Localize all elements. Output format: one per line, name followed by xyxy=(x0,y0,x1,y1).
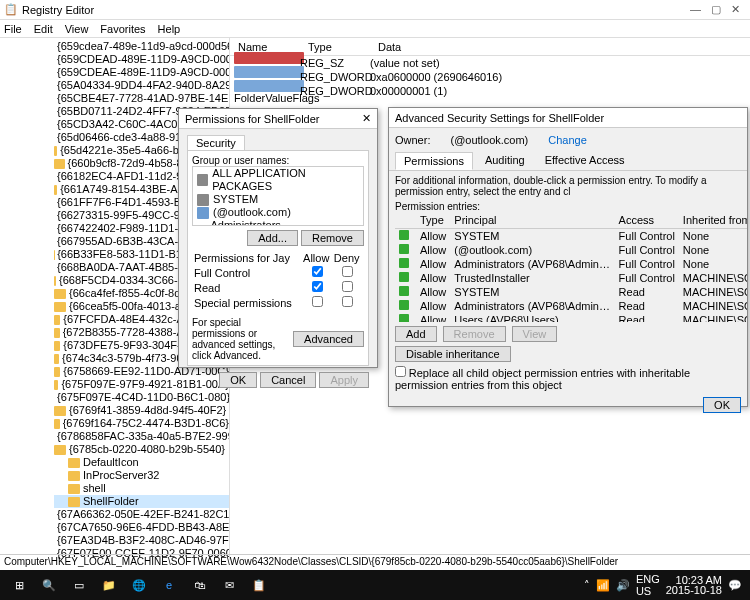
tree-item[interactable]: shell xyxy=(54,482,229,495)
lang-indicator[interactable]: ENGUS xyxy=(636,573,660,597)
tree-item[interactable]: {659CDEAD-489E-11D9-A9CD-000D56965251} xyxy=(54,53,229,66)
principal-item[interactable]: Administrators (AVP68\Administrators) xyxy=(193,219,363,226)
value-row[interactable]: (Default)REG_SZ(value not set) xyxy=(230,56,750,70)
allow-icon xyxy=(399,272,409,282)
replace-label: Replace all child object permission entr… xyxy=(395,367,690,391)
mail-icon[interactable]: ✉ xyxy=(216,574,242,596)
deny-checkbox[interactable] xyxy=(342,281,353,292)
advanced-button[interactable]: Advanced xyxy=(293,331,364,347)
allow-icon xyxy=(399,286,409,296)
tab-security[interactable]: Security xyxy=(187,135,245,151)
allow-icon xyxy=(399,230,409,240)
tree-item[interactable]: {67EA3D4B-B3F2-408C-AD46-97F207D79D83} xyxy=(54,534,229,547)
entry-row[interactable]: AllowAdministrators (AVP68\Admin…ReadMAC… xyxy=(395,299,747,313)
tab-auditing[interactable]: Auditing xyxy=(477,152,533,170)
menu-help[interactable]: Help xyxy=(158,23,181,35)
folder-icon xyxy=(54,159,65,169)
close-icon[interactable]: ✕ xyxy=(362,112,371,125)
allow-icon xyxy=(399,258,409,268)
entry-row[interactable]: AllowSYSTEMFull ControlNoneThis key an xyxy=(395,229,747,244)
entry-row[interactable]: AllowTrustedInstallerFull ControlMACHINE… xyxy=(395,271,747,285)
taskbar[interactable]: ⊞ 🔍 ▭ 📁 🌐 e 🛍 ✉ 📋 ˄ 📶 🔊 ENGUS 10:23 AM20… xyxy=(0,570,750,600)
folder-icon xyxy=(54,302,66,312)
edge-icon[interactable]: e xyxy=(156,574,182,596)
owner-label: Owner: xyxy=(395,134,430,146)
disable-inheritance-button[interactable]: Disable inheritance xyxy=(395,346,511,362)
close-button[interactable]: ✕ xyxy=(731,3,740,16)
network-icon[interactable]: 📶 xyxy=(596,579,610,592)
principal-item[interactable]: (@outlook.com) xyxy=(193,206,363,219)
allow-checkbox[interactable] xyxy=(312,296,323,307)
folder-icon xyxy=(54,354,59,364)
add-button[interactable]: Add... xyxy=(247,230,298,246)
adv-ok-button[interactable]: OK xyxy=(703,397,741,413)
deny-checkbox[interactable] xyxy=(342,266,353,277)
adv-add-button[interactable]: Add xyxy=(395,326,437,342)
menu-favorites[interactable]: Favorites xyxy=(100,23,145,35)
notifications-icon[interactable]: 💬 xyxy=(728,579,742,592)
user-icon xyxy=(197,174,208,186)
tree-item[interactable]: {6769f41-3859-4d8d-94f5-40F2} xyxy=(54,404,229,417)
volume-icon[interactable]: 🔊 xyxy=(616,579,630,592)
explorer-icon[interactable]: 📁 xyxy=(96,574,122,596)
tray-chevron-icon[interactable]: ˄ xyxy=(584,579,590,592)
tree-item[interactable]: ShellFolder xyxy=(54,495,229,508)
folder-icon xyxy=(54,146,57,156)
tree-item[interactable]: {6786858FAC-335a-40a5-B7E2-999} xyxy=(54,430,229,443)
principals-list[interactable]: ALL APPLICATION PACKAGESSYSTEM(@outlook.… xyxy=(192,166,364,226)
clock[interactable]: 10:23 AM2015-10-18 xyxy=(666,575,722,595)
adv-view-button[interactable]: View xyxy=(512,326,558,342)
start-button[interactable]: ⊞ xyxy=(6,574,32,596)
tree-item[interactable]: {67A66362-050E-42EF-B241-82C1F51EA5B9} xyxy=(54,508,229,521)
tree-item[interactable]: {67CA7650-96E6-4FDD-BB43-A8E474EF73A37} xyxy=(54,521,229,534)
maximize-button[interactable]: ▢ xyxy=(711,3,721,16)
menu-view[interactable]: View xyxy=(65,23,89,35)
tab-permissions[interactable]: Permissions xyxy=(395,152,473,170)
menu-file[interactable]: File xyxy=(4,23,22,35)
minimize-button[interactable]: — xyxy=(690,3,701,16)
allow-checkbox[interactable] xyxy=(312,266,323,277)
advanced-security-dialog: Advanced Security Settings for ShellFold… xyxy=(388,107,748,407)
entry-row[interactable]: AllowUsers (AVP68\Users)ReadMACHINE\SOFT… xyxy=(395,313,747,322)
tree-item[interactable]: {6785cb-0220-4080-b29b-5540} xyxy=(54,443,229,456)
col-data[interactable]: Data xyxy=(370,41,750,53)
owner-value: (@outlook.com) xyxy=(450,134,528,146)
folder-icon xyxy=(54,289,66,299)
tree-item[interactable]: {6769f164-75C2-4474-B3D1-8C6} xyxy=(54,417,229,430)
store-icon[interactable]: 🛍 xyxy=(186,574,212,596)
tree-item[interactable]: {659cdea7-489e-11d9-a9cd-000d56965251} xyxy=(54,40,229,53)
entry-row[interactable]: AllowSYSTEMReadMACHINE\SOFTWARE\…This ke… xyxy=(395,285,747,299)
principal-item[interactable]: ALL APPLICATION PACKAGES xyxy=(193,167,363,193)
entries-table[interactable]: Type Principal Access Inherited from App… xyxy=(395,212,747,322)
change-owner-link[interactable]: Change xyxy=(548,134,587,146)
replace-checkbox[interactable] xyxy=(395,366,406,377)
tree-item[interactable]: {65CBE4E7-7728-41AD-97BE-14E1CAE36AAE} xyxy=(54,92,229,105)
window-title: Registry Editor xyxy=(22,4,690,16)
adv-remove-button[interactable]: Remove xyxy=(443,326,506,342)
value-row[interactable]: AttributesREG_DWORD0xa0600000 (269064601… xyxy=(230,70,750,84)
chrome-icon[interactable]: 🌐 xyxy=(126,574,152,596)
tab-effective[interactable]: Effective Access xyxy=(537,152,633,170)
regedit-icon[interactable]: 📋 xyxy=(246,574,272,596)
entry-row[interactable]: Allow(@outlook.com)Full ControlNoneThis … xyxy=(395,243,747,257)
menu-edit[interactable]: Edit xyxy=(34,23,53,35)
tree-item[interactable]: {659CDEAE-489E-11D9-A9CD-000D56965251} xyxy=(54,66,229,79)
tree-item[interactable]: InProcServer32 xyxy=(54,469,229,482)
value-row[interactable]: FolderValueFlagsREG_DWORD0x00000001 (1) xyxy=(230,84,750,98)
search-icon[interactable]: 🔍 xyxy=(36,574,62,596)
taskview-icon[interactable]: ▭ xyxy=(66,574,92,596)
deny-checkbox[interactable] xyxy=(342,296,353,307)
tree-item[interactable]: DefaultIcon xyxy=(54,456,229,469)
col-type[interactable]: Type xyxy=(300,41,370,53)
folder-icon xyxy=(68,497,80,507)
tree-item[interactable]: {65A04334-9DD4-4FA2-940D-8A2982B8BA24} xyxy=(54,79,229,92)
folder-icon xyxy=(68,458,80,468)
allow-checkbox[interactable] xyxy=(312,281,323,292)
cancel-button[interactable]: Cancel xyxy=(260,372,316,388)
ok-button[interactable]: OK xyxy=(219,372,257,388)
principal-item[interactable]: SYSTEM xyxy=(193,193,363,206)
apply-button[interactable]: Apply xyxy=(319,372,369,388)
entry-row[interactable]: AllowAdministrators (AVP68\Admin…Full Co… xyxy=(395,257,747,271)
remove-button[interactable]: Remove xyxy=(301,230,364,246)
permissions-table: Permissions for JayAllowDeny Full Contro… xyxy=(192,250,364,311)
